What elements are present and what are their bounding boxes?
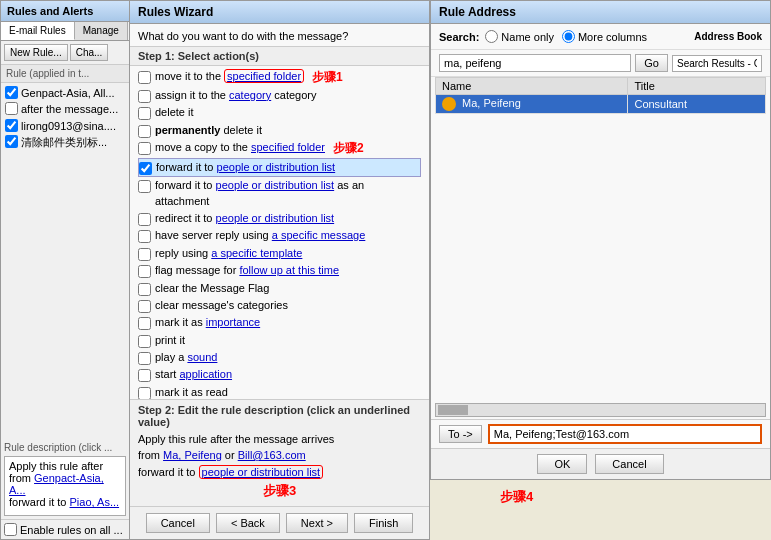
action-checkbox-16[interactable] [138, 369, 151, 382]
list-item: reply using a specific template [138, 245, 421, 262]
radio-name-only[interactable]: Name only [485, 30, 554, 43]
ok-button[interactable]: OK [537, 454, 587, 474]
action-checkbox-9[interactable] [138, 248, 151, 261]
action-checkbox-5[interactable] [139, 162, 152, 175]
rule-desc-from-link[interactable]: Genpact-Asia, A... [9, 472, 104, 496]
sound-link[interactable]: sound [187, 351, 217, 363]
annotation-step4: 步骤4 [500, 488, 533, 506]
list-item: clear message's categories [138, 297, 421, 314]
list-item[interactable]: after the message... [3, 101, 127, 117]
people-dist-link-1[interactable]: people or distribution list [216, 179, 335, 191]
action-checkbox-0[interactable] [138, 71, 151, 84]
people-dist-link-0[interactable]: people or distribution list [217, 161, 336, 173]
table-row[interactable]: Ma, Peifeng Consultant [436, 95, 766, 114]
action-checkbox-12[interactable] [138, 300, 151, 313]
action-checkbox-6[interactable] [138, 180, 151, 193]
radio-more-columns[interactable]: More columns [562, 30, 647, 43]
action-checkbox-2[interactable] [138, 107, 151, 120]
action-checkbox-13[interactable] [138, 317, 151, 330]
enable-rules-checkbox[interactable] [4, 523, 17, 536]
wizard-buttons: Cancel < Back Next > Finish [130, 506, 429, 539]
action-checkbox-11[interactable] [138, 283, 151, 296]
action-checkbox-4[interactable] [138, 142, 151, 155]
action-text-6: forward it to people or distribution lis… [155, 178, 421, 209]
action-text-14: print it [155, 333, 185, 348]
rule-text-0: Genpact-Asia, All... [21, 86, 115, 100]
list-item[interactable]: Genpact-Asia, All... [3, 85, 127, 101]
people-dist-link-2[interactable]: people or distribution list [216, 212, 335, 224]
annotation-step1: 步骤1 [312, 69, 343, 86]
application-link[interactable]: application [179, 368, 232, 380]
rule-checkbox-3[interactable] [5, 135, 18, 148]
cancel-button[interactable]: Cancel [146, 513, 210, 533]
importance-link[interactable]: importance [206, 316, 260, 328]
scrollbar-thumb [438, 405, 468, 415]
list-item: forward it to people or distribution lis… [138, 177, 421, 210]
action-text-3: permanently delete it [155, 123, 262, 138]
action-checkbox-7[interactable] [138, 213, 151, 226]
new-rule-button[interactable]: New Rule... [4, 44, 68, 61]
rule-desc-title: Rule description (click ... [4, 442, 126, 453]
rules-list-header: Rule (applied in t... [1, 65, 129, 83]
rule-checkbox-2[interactable] [5, 119, 18, 132]
action-checkbox-14[interactable] [138, 335, 151, 348]
rule-desc-from: from Genpact-Asia, A... [9, 472, 104, 496]
action-text-9: reply using a specific template [155, 246, 302, 261]
bill-link[interactable]: Bill@163.com [238, 449, 306, 461]
change-button[interactable]: Cha... [70, 44, 109, 61]
rule-desc-forward-link[interactable]: Piao, As... [70, 496, 120, 508]
list-item[interactable]: lirong0913@sina.... [3, 118, 127, 134]
tab-manage[interactable]: Manage [75, 22, 128, 40]
to-button[interactable]: To -> [439, 425, 482, 443]
cancel-addr-button[interactable]: Cancel [595, 454, 663, 474]
action-checkbox-15[interactable] [138, 352, 151, 365]
back-button[interactable]: < Back [216, 513, 280, 533]
step2-section: Step 2: Edit the rule description (click… [130, 399, 429, 507]
rule-desc-box: Apply this rule after from Genpact-Asia,… [4, 456, 126, 516]
col-name: Name [436, 78, 628, 95]
radio-name-only-input[interactable] [485, 30, 498, 43]
action-text-2: delete it [155, 105, 194, 120]
next-button[interactable]: Next > [286, 513, 348, 533]
radio-group: Name only More columns [485, 30, 647, 43]
action-checkbox-10[interactable] [138, 265, 151, 278]
radio-more-columns-input[interactable] [562, 30, 575, 43]
specified-folder-link-1[interactable]: specified folder [251, 141, 325, 153]
rule-text-3: 清除邮件类别标... [21, 135, 107, 149]
from-link[interactable]: Ma, Peifeng [163, 449, 222, 461]
action-checkbox-1[interactable] [138, 90, 151, 103]
action-text-17: mark it as read [155, 385, 228, 399]
action-text-1: assign it to the category category [155, 88, 316, 103]
follow-up-link[interactable]: follow up at this time [239, 264, 339, 276]
rule-text-2: lirong0913@sina.... [21, 119, 116, 133]
radio-more-columns-label: More columns [578, 31, 647, 43]
specific-template-link[interactable]: a specific template [211, 247, 302, 259]
tab-email-rules[interactable]: E-mail Rules [1, 22, 75, 40]
action-checkbox-17[interactable] [138, 387, 151, 399]
annotation-step3: 步骤3 [138, 480, 421, 502]
rule-checkbox-0[interactable] [5, 86, 18, 99]
horizontal-scrollbar[interactable] [435, 403, 766, 417]
category-link[interactable]: category [229, 89, 271, 101]
action-checkbox-3[interactable] [138, 125, 151, 138]
search-input[interactable] [439, 54, 631, 72]
rules-items: Genpact-Asia, All... after the message..… [1, 83, 129, 440]
results-table: Name Title Ma, Peifeng Consultant [435, 77, 766, 114]
table-scroll: Name Title Ma, Peifeng Consultant [431, 77, 770, 401]
search-results-input[interactable] [672, 55, 762, 72]
action-checkbox-8[interactable] [138, 230, 151, 243]
action-text-15: play a sound [155, 350, 217, 365]
contact-title: Consultant [628, 95, 766, 114]
rule-desc-apply: Apply this rule after [9, 460, 103, 472]
specified-folder-link-0[interactable]: specified folder [224, 69, 304, 83]
go-button[interactable]: Go [635, 54, 668, 72]
step2-label: Step 2: Edit the rule description (click… [138, 404, 421, 428]
rule-checkbox-1[interactable] [5, 102, 18, 115]
specific-message-link[interactable]: a specific message [272, 229, 366, 241]
to-input[interactable] [488, 424, 762, 444]
list-item[interactable]: 清除邮件类别标... [3, 134, 127, 150]
finish-button[interactable]: Finish [354, 513, 413, 533]
list-item: mark it as importance [138, 314, 421, 331]
forward-people-link[interactable]: people or distribution list [199, 465, 324, 479]
radio-name-only-label: Name only [501, 31, 554, 43]
